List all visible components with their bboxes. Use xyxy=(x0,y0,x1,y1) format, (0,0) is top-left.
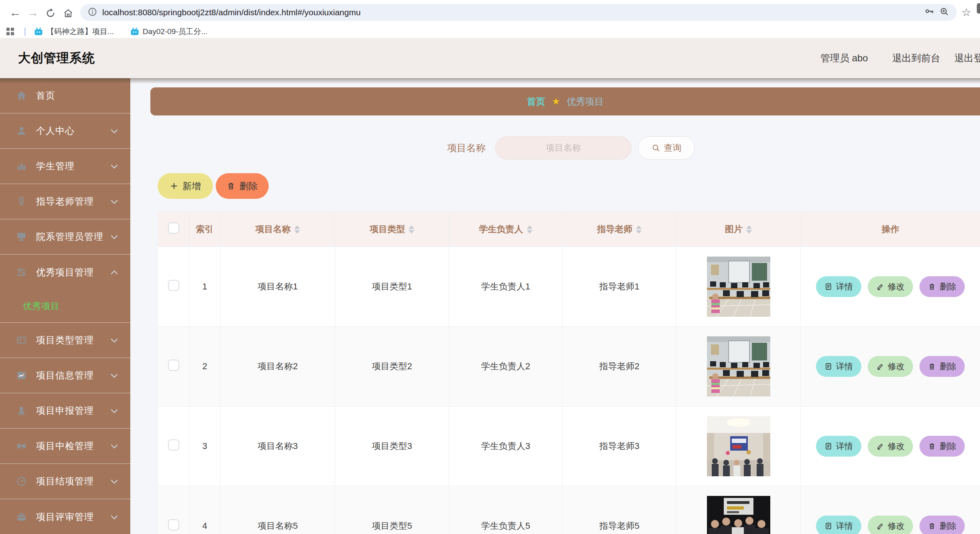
sidebar-item-project-close-mgmt[interactable]: 项目结项管理 xyxy=(0,464,130,499)
projects-table: 索引 项目名称 项目类型 学生负责人 指导老师 图片 操作 1 项目名称1 xyxy=(158,211,980,534)
row-delete-button[interactable]: 删除 xyxy=(919,356,965,377)
trash-icon xyxy=(928,283,936,291)
home-icon xyxy=(16,90,27,101)
trash-icon xyxy=(928,522,936,530)
back-icon[interactable]: ← xyxy=(6,6,24,19)
sidebar-item-dept-admin-mgmt[interactable]: 院系管理员管理 xyxy=(0,219,130,255)
detail-button[interactable]: 详情 xyxy=(816,436,861,457)
trash-icon xyxy=(227,182,235,190)
exit-to-front-link[interactable]: 退出到前台 xyxy=(892,52,940,65)
project-image-group[interactable] xyxy=(707,496,770,534)
detail-button[interactable]: 详情 xyxy=(816,276,861,297)
bilibili-icon xyxy=(130,27,140,36)
zoom-icon[interactable] xyxy=(940,7,950,18)
project-image-classroom[interactable] xyxy=(707,257,770,317)
sidebar-item-excellent-project-mgmt[interactable]: 优秀项目管理 xyxy=(0,255,130,290)
edit-button[interactable]: 修改 xyxy=(868,356,913,377)
bookmark-item[interactable]: 【码神之路】项目... xyxy=(34,26,114,37)
row-checkbox[interactable] xyxy=(168,280,179,291)
detail-button[interactable]: 详情 xyxy=(816,516,861,534)
edit-button[interactable]: 修改 xyxy=(868,276,913,297)
col-student[interactable]: 学生负责人 xyxy=(449,212,563,247)
edit-button[interactable]: 修改 xyxy=(868,436,913,457)
cell-student: 学生负责人1 xyxy=(449,247,563,327)
col-image[interactable]: 图片 xyxy=(676,212,801,247)
bell-slash-icon xyxy=(16,267,27,278)
sidebar-item-label: 项目申报管理 xyxy=(36,405,94,417)
col-name[interactable]: 项目名称 xyxy=(221,212,335,247)
app-body: 首页 个人中心 学生管理 指导老师管理 院系管理员管理 xyxy=(0,78,980,534)
apps-grid-icon[interactable] xyxy=(6,28,14,35)
sort-carets-icon[interactable] xyxy=(527,225,533,234)
row-delete-button[interactable]: 删除 xyxy=(919,436,965,457)
sidebar-item-label: 项目评审管理 xyxy=(36,511,94,523)
sort-carets-icon[interactable] xyxy=(409,225,414,234)
cell-name: 项目名称2 xyxy=(221,327,335,407)
cell-type: 项目类型2 xyxy=(335,327,449,407)
cell-index: 3 xyxy=(189,407,221,486)
project-image-classroom[interactable] xyxy=(707,336,770,396)
chevron-down-icon xyxy=(111,127,118,134)
add-button-label: 新增 xyxy=(182,180,201,192)
breadcrumb-current: 优秀项目 xyxy=(567,95,603,108)
sidebar-item-project-midcheck-mgmt[interactable]: 项目中检管理 xyxy=(0,429,130,464)
logout-link[interactable]: 退出登录 xyxy=(954,52,980,65)
document-icon xyxy=(824,283,832,291)
sidebar-item-project-type-mgmt[interactable]: 项目类型管理 xyxy=(0,323,130,358)
pencil-icon xyxy=(876,283,884,291)
reload-icon[interactable] xyxy=(42,6,59,19)
col-index: 索引 xyxy=(189,212,221,247)
site-info-icon[interactable] xyxy=(87,7,97,18)
table-header-row: 索引 项目名称 项目类型 学生负责人 指导老师 图片 操作 xyxy=(158,212,980,247)
row-checkbox[interactable] xyxy=(168,360,179,371)
search-input[interactable] xyxy=(495,136,632,160)
col-type[interactable]: 项目类型 xyxy=(335,212,449,247)
sidebar-item-home[interactable]: 首页 xyxy=(0,78,130,113)
app-header: 大创管理系统 管理员 abo 退出到前台 退出登录 xyxy=(0,38,980,78)
sidebar-item-label: 指导老师管理 xyxy=(36,195,94,208)
sidebar-item-label: 项目信息管理 xyxy=(36,369,94,382)
sidebar-item-project-review-mgmt[interactable]: 项目评审管理 xyxy=(0,499,130,534)
row-checkbox[interactable] xyxy=(168,519,179,530)
forward-icon[interactable]: → xyxy=(24,6,42,19)
breadcrumb-home-link[interactable]: 首页 xyxy=(527,95,545,108)
bookmark-label: 【码神之路】项目... xyxy=(47,26,114,37)
sidebar-item-project-apply-mgmt[interactable]: 项目申报管理 xyxy=(0,393,130,429)
row-delete-button[interactable]: 删除 xyxy=(919,516,965,534)
url-bar[interactable]: localhost:8080/springbootj2zt8/admin/dis… xyxy=(80,4,957,21)
edit-button[interactable]: 修改 xyxy=(868,516,913,534)
password-key-icon[interactable] xyxy=(924,6,935,18)
detail-button[interactable]: 详情 xyxy=(816,356,861,377)
delete-button[interactable]: 删除 xyxy=(216,173,269,199)
home-icon[interactable] xyxy=(59,6,77,19)
bookmark-star-icon[interactable]: ☆ xyxy=(962,6,971,19)
pencil-icon xyxy=(876,362,884,370)
bookmark-item[interactable]: Day02-09-员工分... xyxy=(130,26,208,37)
sidebar-item-label: 项目结项管理 xyxy=(36,475,94,487)
sort-carets-icon[interactable] xyxy=(294,225,300,234)
cell-type: 项目类型1 xyxy=(335,247,449,327)
url-text[interactable]: localhost:8080/springbootj2zt8/admin/dis… xyxy=(102,8,919,17)
browser-nav-row: ← → localhost:8080/springbootj2zt8/admin… xyxy=(0,0,980,25)
sidebar-item-personal-center[interactable]: 个人中心 xyxy=(0,113,130,149)
select-all-checkbox[interactable] xyxy=(168,222,179,234)
sidebar-item-label: 优秀项目管理 xyxy=(36,266,94,279)
cell-student: 学生负责人3 xyxy=(449,407,563,486)
project-image-hall[interactable] xyxy=(707,416,770,476)
sort-carets-icon[interactable] xyxy=(746,225,752,234)
cell-teacher: 指导老师1 xyxy=(563,247,676,327)
select-all-header[interactable] xyxy=(158,212,189,247)
row-checkbox[interactable] xyxy=(168,439,179,451)
sort-carets-icon[interactable] xyxy=(636,225,642,234)
main-content: 首页 ★ 优秀项目 项目名称 查询 新增 删除 xyxy=(130,78,980,534)
sidebar-item-teacher-mgmt[interactable]: 指导老师管理 xyxy=(0,184,130,219)
sidebar-item-project-info-mgmt[interactable]: 项目信息管理 xyxy=(0,358,130,393)
col-teacher[interactable]: 指导老师 xyxy=(563,212,676,247)
stamp-icon xyxy=(16,405,27,416)
query-button[interactable]: 查询 xyxy=(638,136,695,160)
row-delete-button[interactable]: 删除 xyxy=(919,276,965,297)
sidebar-item-student-mgmt[interactable]: 学生管理 xyxy=(0,149,130,184)
page: ← → localhost:8080/springbootj2zt8/admin… xyxy=(0,0,980,534)
sidebar-subitem-excellent-project[interactable]: 优秀项目 xyxy=(0,290,130,323)
add-button[interactable]: 新增 xyxy=(158,173,213,199)
